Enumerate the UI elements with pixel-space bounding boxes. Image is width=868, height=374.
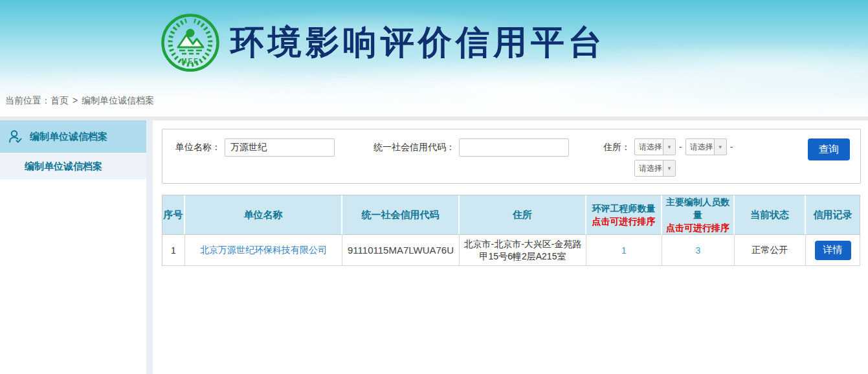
search-button[interactable]: 查询: [808, 138, 850, 160]
table-header-row: 序号 单位名称 统一社会信用代码 住所 环评工程师数量 点击可进行排序 主要编制…: [162, 195, 860, 235]
results-table: 序号 单位名称 统一社会信用代码 住所 环评工程师数量 点击可进行排序 主要编制…: [162, 195, 860, 266]
sidebar-subitem-label: 编制单位诚信档案: [25, 160, 102, 173]
city-select[interactable]: 请选择 ▼: [685, 138, 727, 155]
detail-button[interactable]: 详情: [815, 241, 851, 260]
company-name-field: 单位名称：: [175, 138, 335, 157]
address-selects: 请选择 ▼ - 请选择 ▼ - 请选择 ▼: [634, 138, 736, 177]
province-select-value: 请选择: [635, 139, 663, 155]
province-select[interactable]: 请选择 ▼: [634, 138, 676, 155]
engineers-count-link[interactable]: 1: [621, 245, 627, 256]
city-select-value: 请选择: [686, 139, 714, 155]
col-engineers-sort-hint: 点击可进行排序: [587, 215, 660, 228]
site-title: 环境影响评价信用平台: [230, 20, 606, 65]
cell-status: 正常公开: [735, 235, 806, 266]
col-staff-label: 主要编制人员数量: [663, 195, 733, 221]
credit-code-field: 统一社会信用代码：: [373, 138, 569, 157]
main-panel: 单位名称： 统一社会信用代码： 住所： 请选择 ▼ -: [153, 120, 868, 374]
sidebar-subitem-unit-credit-archive[interactable]: 编制单位诚信档案: [0, 153, 146, 179]
breadcrumb-separator: >: [72, 95, 78, 105]
credit-code-input[interactable]: [459, 138, 569, 157]
breadcrumb-home-link[interactable]: 首页: [50, 95, 69, 105]
col-index: 序号: [162, 195, 185, 235]
company-link[interactable]: 北京万源世纪环保科技有限公司: [200, 245, 327, 255]
chevron-down-icon: ▼: [663, 139, 675, 155]
district-select-value: 请选择: [635, 160, 663, 176]
staff-count-link[interactable]: 3: [696, 245, 701, 256]
col-credit-record: 信用记录: [806, 195, 860, 235]
user-check-icon: [8, 129, 23, 144]
address-field: 住所： 请选择 ▼ - 请选择 ▼ -: [603, 138, 736, 157]
mee-logo-icon: MEE: [161, 13, 220, 72]
breadcrumb-label: 当前位置：: [5, 95, 50, 105]
col-company: 单位名称: [185, 195, 342, 235]
brand: MEE 环境影响评价信用平台: [0, 0, 868, 72]
col-staff-sort[interactable]: 主要编制人员数量 点击可进行排序: [662, 195, 735, 235]
district-select[interactable]: 请选择 ▼: [634, 160, 676, 177]
address-label: 住所：: [603, 138, 630, 155]
col-address: 住所: [460, 195, 586, 235]
svg-text:MEE: MEE: [181, 58, 199, 65]
cell-credit-code: 91110115MA7LWUA76U: [342, 235, 460, 266]
breadcrumb-current: 编制单位诚信档案: [82, 95, 154, 105]
address-separator: -: [730, 142, 733, 152]
cell-address: 北京市-北京市-大兴区-金苑路甲15号6幢2层A215室: [460, 235, 586, 266]
breadcrumb: 当前位置：首页>编制单位诚信档案: [5, 95, 154, 107]
table-row: 1 北京万源世纪环保科技有限公司 91110115MA7LWUA76U 北京市-…: [162, 235, 860, 266]
cell-index: 1: [162, 235, 185, 266]
company-name-input[interactable]: [225, 138, 335, 157]
sidebar-main-divider: [146, 120, 153, 374]
site-header: MEE 环境影响评价信用平台 当前位置：首页>编制单位诚信档案: [0, 0, 868, 116]
content-area: 编制单位诚信档案 编制单位诚信档案 单位名称： 统一社会信用代码： 住所：: [0, 120, 868, 374]
chevron-down-icon: ▼: [714, 139, 726, 155]
address-separator: -: [679, 142, 682, 152]
col-status: 当前状态: [735, 195, 806, 235]
col-engineers-label: 环评工程师数量: [587, 202, 660, 215]
sidebar: 编制单位诚信档案 编制单位诚信档案: [0, 120, 146, 374]
col-credit-code: 统一社会信用代码: [342, 195, 460, 235]
credit-code-label: 统一社会信用代码：: [373, 142, 455, 153]
search-panel: 单位名称： 统一社会信用代码： 住所： 请选择 ▼ -: [162, 129, 861, 184]
sidebar-item-unit-credit-archive[interactable]: 编制单位诚信档案: [0, 120, 146, 153]
col-engineers-sort[interactable]: 环评工程师数量 点击可进行排序: [586, 195, 662, 235]
company-name-label: 单位名称：: [175, 142, 221, 153]
sidebar-item-label: 编制单位诚信档案: [30, 131, 107, 143]
chevron-down-icon: ▼: [663, 160, 675, 176]
col-staff-sort-hint: 点击可进行排序: [663, 221, 733, 234]
